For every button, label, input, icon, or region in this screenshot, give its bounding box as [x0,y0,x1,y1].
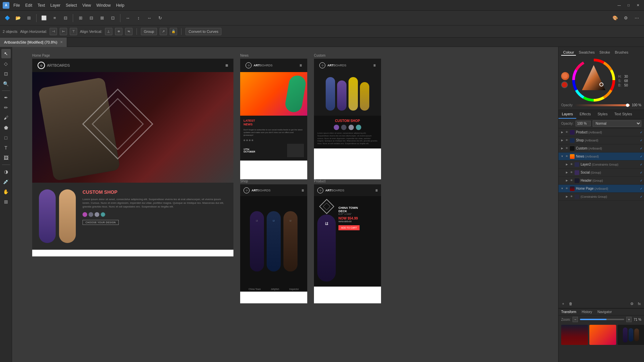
grid2-button[interactable]: ⊟ [87,13,96,23]
home-page-artboard[interactable]: ◇ ARTBOARDS ≡ [32,59,233,256]
layer-constraints[interactable]: ▶ 👁 (Constraints Group) ✓ [558,193,644,201]
settings-button[interactable]: ⚙ [621,13,631,23]
layer-news-expand[interactable]: ▼ [560,154,565,159]
product-menu-icon[interactable]: ≡ [375,188,378,193]
hand-tool[interactable]: ✋ [1,187,11,196]
workspace[interactable]: Home Page ◇ ARTBOARDS ≡ [12,47,558,362]
maximize-button[interactable]: □ [625,2,632,9]
swatch-teal[interactable] [101,212,105,217]
layer-header-vis[interactable]: 👁 [569,178,574,183]
artboard-tool[interactable]: ⊞ [1,197,11,206]
layer-custom[interactable]: ▶ 👁 Custom (Artboard) ✓ [558,144,644,153]
lock-button[interactable]: 🔒 [170,28,177,35]
open-button[interactable]: 📂 [13,13,23,23]
thumb-news[interactable] [589,325,616,345]
layer-shop-vis[interactable]: 👁 [565,138,569,143]
zoom-in-button[interactable]: + [626,317,632,322]
align-left-button[interactable]: ⬜ [39,13,49,23]
swatch-purple[interactable] [83,212,87,217]
gradient-tool[interactable]: ◑ [1,167,11,176]
custom-swatch-gray[interactable] [348,125,354,130]
tab-swatches[interactable]: Swatches [577,50,597,56]
custom-swatch-dark[interactable] [341,125,346,130]
thumb-shop[interactable] [618,325,644,345]
effects-tab[interactable]: Effects [576,110,594,119]
swatch-dark[interactable] [89,212,93,217]
menu-edit[interactable]: Edit [25,3,32,8]
foreground-color[interactable] [561,72,569,80]
eyedropper-tool[interactable]: 💉 [1,177,11,186]
menu-file[interactable]: File [13,3,20,8]
custom-artboard[interactable]: ◇ ARTBOARDS ≡ [314,59,381,179]
layer-custom-vis[interactable]: 👁 [565,146,569,151]
ungroup-button[interactable]: ↗ [160,28,167,35]
layer-product[interactable]: ▶ 👁 Product (Artboard) ✓ [558,128,644,136]
align-center-button[interactable]: ≡ [50,13,59,23]
tab-stroke[interactable]: Stroke [597,50,612,56]
menu-text[interactable]: Text [38,3,45,8]
align-middle-button[interactable]: ≑ [115,28,122,35]
layer-fx-button[interactable]: fx [636,300,643,307]
menu-window[interactable]: Window [96,3,111,8]
grid3-button[interactable]: ⊠ [97,13,107,23]
pen-tool[interactable]: ✒ [1,93,11,102]
grid4-button[interactable]: ⊡ [108,13,117,23]
tab-brushes[interactable]: Brushes [613,50,630,56]
shape-tool[interactable]: □ [1,133,11,142]
align-left-obj-button[interactable]: ⊣ [50,28,57,35]
transform-tab[interactable]: Transform [558,309,579,315]
text-tool[interactable]: T [1,143,11,153]
layer-shop[interactable]: ▶ 👁 Shop (Artboard) ✓ [558,136,644,144]
pencil-tool[interactable]: ✏ [1,103,11,112]
layer-home-expand[interactable]: ▼ [560,186,565,191]
zoom-out-button[interactable]: − [573,317,578,322]
news-artboard[interactable]: ◇ ARTBOARDS ≡ LATESTNEWS Don't forget t [240,59,307,179]
navigator-tab[interactable]: Navigator [595,309,614,315]
add-layer-button[interactable]: + [560,300,567,307]
layer-constraints-vis[interactable]: 👁 [569,194,574,199]
node-tool[interactable]: ◇ [1,59,11,68]
layer-constraints-expand[interactable]: ▶ [565,194,569,199]
custom-menu-icon[interactable]: ≡ [373,63,376,68]
layer-social[interactable]: ▶ 👁 Social (Group) ✓ [558,169,644,177]
more-button[interactable]: ⋯ [632,13,641,23]
opacity-blend-input[interactable] [576,121,591,126]
opacity-slider[interactable] [575,104,630,106]
layer-social-expand[interactable]: ▶ [565,170,569,175]
tab-colour[interactable]: Colour [561,50,576,56]
layer-settings-button[interactable]: ⚙ [629,300,635,307]
delete-layer-button[interactable]: 🗑 [567,300,574,307]
color-wheel[interactable] [572,58,615,102]
layer-home-page[interactable]: ▼ 👁 Home Page (Artboard) ✓ [558,185,644,193]
product-add-cart-button[interactable]: ADD TO CART [338,225,360,230]
shop-artboard[interactable]: ◇ ARTBOARDS ≡ は は [240,184,307,303]
rotate-button[interactable]: ↻ [155,13,165,23]
grid-button[interactable]: ⊞ [76,13,85,23]
layer-shop-expand[interactable]: ▶ [560,138,565,143]
transform-button[interactable]: ↔ [123,13,132,23]
align-center-obj-button[interactable]: ⊢ [60,28,67,35]
artboard-button[interactable]: ⊞ [24,13,34,23]
layer-layer2[interactable]: ▶ 👁 Layer2 (Constraints Group) ✓ [558,161,644,169]
layer-header-expand[interactable]: ▶ [565,178,569,183]
layer-home-vis[interactable]: 👁 [565,186,569,191]
layer-layer2-vis[interactable]: 👁 [569,162,574,167]
align-right-obj-button[interactable]: ⊤ [70,28,77,35]
align-right-button[interactable]: ⊟ [61,13,70,23]
menu-layer[interactable]: Layer [50,3,60,8]
custom-swatch-purple[interactable] [334,125,339,130]
choose-design-button[interactable]: CHOOSE YOUR DESIGN [83,220,119,225]
close-button[interactable]: ✕ [635,2,641,9]
layer-custom-expand[interactable]: ▶ [560,146,565,151]
color-button[interactable]: 🎨 [610,13,620,23]
select-tool[interactable]: ↖ [1,49,11,58]
shop-menu-icon[interactable]: ≡ [302,188,304,193]
convert-curves-button[interactable]: Convert to Curves [185,28,221,35]
fill-tool[interactable]: ⬟ [1,123,11,132]
group-button[interactable]: Group [141,28,157,35]
image-tool[interactable]: 🖼 [1,153,11,163]
document-tab[interactable]: ArtboardsSite [Modified] (70.8%) ✕ [0,38,67,47]
flip-h-button[interactable]: ↕ [134,13,143,23]
canvas-area[interactable]: Home Page ◇ ARTBOARDS ≡ [12,47,558,362]
align-bottom-button[interactable]: ≒ [125,28,132,35]
